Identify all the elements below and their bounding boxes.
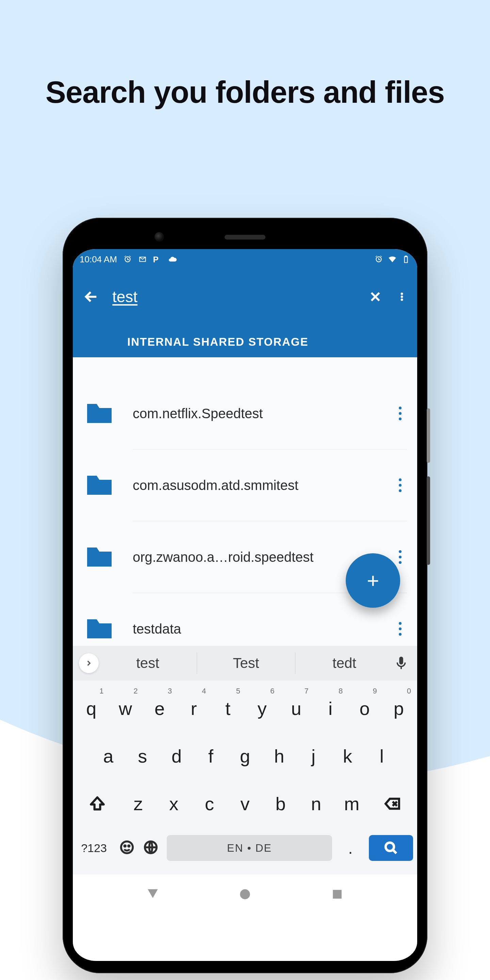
- android-nav-bar: [73, 875, 417, 915]
- overflow-menu-icon[interactable]: [397, 289, 407, 305]
- key-n[interactable]: n: [298, 780, 334, 827]
- voice-input-icon[interactable]: [393, 655, 409, 671]
- svg-point-11: [399, 561, 401, 564]
- svg-point-5: [399, 417, 401, 420]
- period-key[interactable]: .: [340, 839, 361, 858]
- status-bar: 10:04 AM P: [73, 249, 417, 269]
- svg-rect-21: [333, 890, 342, 899]
- cloud-icon: [168, 255, 177, 264]
- svg-point-7: [399, 484, 401, 487]
- clear-icon[interactable]: [368, 289, 383, 305]
- language-key[interactable]: [143, 840, 159, 856]
- item-menu-icon[interactable]: [393, 406, 407, 421]
- key-b[interactable]: b: [263, 780, 298, 827]
- key-i[interactable]: i8: [313, 685, 347, 732]
- nav-recent-icon[interactable]: [330, 887, 345, 903]
- key-v[interactable]: v: [227, 780, 263, 827]
- list-item-label: com.asusodm.atd.smmitest: [133, 478, 393, 493]
- tab-internal-storage[interactable]: INTERNAL SHARED STORAGE: [127, 336, 309, 348]
- nav-home-icon[interactable]: [237, 887, 253, 903]
- key-t[interactable]: t5: [211, 685, 245, 732]
- svg-point-13: [399, 627, 401, 630]
- list-item[interactable]: com.asusodm.atd.smmitest: [73, 450, 417, 521]
- svg-point-14: [399, 633, 401, 636]
- svg-point-16: [124, 845, 126, 846]
- emoji-key[interactable]: [119, 840, 135, 856]
- svg-point-19: [385, 843, 394, 851]
- folder-icon: [83, 397, 116, 430]
- svg-point-9: [399, 550, 401, 553]
- nav-back-icon[interactable]: [145, 887, 160, 903]
- device-frame: 10:04 AM P test: [63, 218, 427, 973]
- svg-point-12: [399, 622, 401, 625]
- results-inner: com.netflix.Speedtest com.asusodm.atd.sm…: [73, 378, 417, 665]
- svg-point-20: [240, 889, 250, 899]
- svg-point-10: [399, 556, 401, 558]
- key-k[interactable]: k: [331, 732, 364, 780]
- wifi-icon: [388, 255, 397, 264]
- suggestion[interactable]: tedt: [295, 652, 393, 674]
- key-f[interactable]: f: [194, 732, 228, 780]
- alarm-icon: [123, 255, 132, 264]
- list-item[interactable]: com.netflix.Speedtest: [73, 378, 417, 449]
- spacebar[interactable]: EN • DE: [167, 835, 332, 861]
- app-bar: test INTERNAL SHARED STORAGE: [73, 269, 417, 357]
- key-d[interactable]: d: [159, 732, 194, 780]
- key-w[interactable]: w2: [108, 685, 142, 732]
- gmail-icon: [138, 255, 147, 264]
- suggestion[interactable]: test: [99, 652, 197, 674]
- key-m[interactable]: m: [334, 780, 369, 827]
- item-menu-icon[interactable]: [393, 550, 407, 564]
- key-p[interactable]: p0: [382, 685, 416, 732]
- key-y[interactable]: y6: [245, 685, 279, 732]
- key-o[interactable]: o9: [347, 685, 382, 732]
- svg-point-0: [401, 293, 403, 295]
- svg-point-3: [399, 407, 401, 409]
- status-time: 10:04 AM: [80, 254, 117, 265]
- expand-suggestions-icon[interactable]: [79, 653, 99, 673]
- key-s[interactable]: s: [125, 732, 159, 780]
- suggestion[interactable]: Test: [197, 652, 295, 674]
- fab-add[interactable]: +: [346, 553, 400, 608]
- item-menu-icon[interactable]: [393, 478, 407, 492]
- list-item-label: testdata: [133, 621, 393, 637]
- key-g[interactable]: g: [228, 732, 262, 780]
- svg-point-2: [401, 299, 403, 301]
- key-e[interactable]: e3: [143, 685, 177, 732]
- p-icon: P: [153, 255, 162, 264]
- key-l[interactable]: l: [365, 732, 399, 780]
- back-icon[interactable]: [83, 289, 99, 305]
- key-a[interactable]: a: [91, 732, 125, 780]
- key-c[interactable]: c: [192, 780, 227, 827]
- svg-point-6: [399, 479, 401, 481]
- search-results: com.netflix.Speedtest com.asusodm.atd.sm…: [73, 357, 417, 646]
- key-q[interactable]: q1: [74, 685, 108, 732]
- folder-icon: [83, 541, 116, 573]
- key-u[interactable]: u7: [279, 685, 313, 732]
- list-item-label: com.netflix.Speedtest: [133, 406, 393, 421]
- page-headline: Search you folders and files: [0, 0, 490, 110]
- svg-point-1: [401, 296, 403, 298]
- folder-icon: [83, 612, 116, 645]
- item-menu-icon[interactable]: [393, 622, 407, 636]
- keyboard: q1w2e3r4t5y6u7i8o9p0 asdfghjkl zxcvbnm ?…: [73, 681, 417, 875]
- svg-point-4: [399, 412, 401, 415]
- key-j[interactable]: j: [296, 732, 331, 780]
- key-z[interactable]: z: [121, 780, 156, 827]
- key-h[interactable]: h: [262, 732, 296, 780]
- backspace-key[interactable]: [369, 780, 416, 827]
- key-x[interactable]: x: [156, 780, 192, 827]
- key-r[interactable]: r4: [177, 685, 211, 732]
- battery-icon: [401, 255, 410, 264]
- alarm-icon: [374, 255, 383, 264]
- search-input[interactable]: test: [112, 288, 354, 306]
- svg-point-17: [128, 845, 130, 846]
- plus-icon: +: [367, 570, 379, 591]
- symbols-key[interactable]: ?123: [77, 842, 111, 855]
- svg-point-8: [399, 489, 401, 492]
- search-key[interactable]: [369, 835, 413, 861]
- keyboard-suggestion-bar: test Test tedt: [73, 646, 417, 681]
- shift-key[interactable]: [74, 780, 121, 827]
- folder-icon: [83, 469, 116, 501]
